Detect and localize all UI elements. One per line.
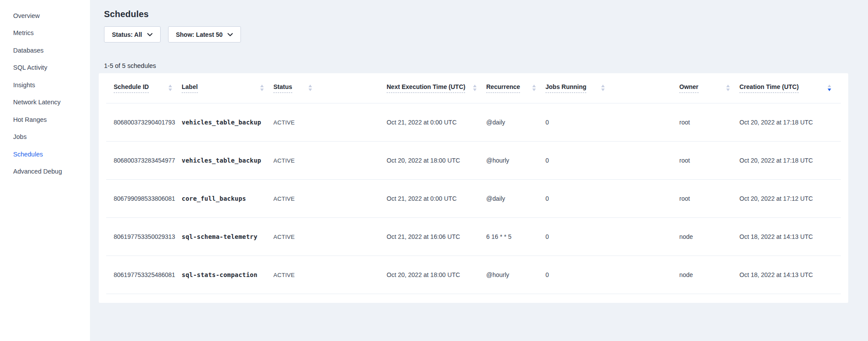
sidebar-item-databases[interactable]: Databases [0, 42, 90, 59]
sort-icon[interactable] [726, 85, 730, 91]
cell-recurrence: @hourly [486, 256, 545, 294]
cell-schedule-id: 806197753350029313 [106, 217, 182, 256]
cell-status: ACTIVE [273, 256, 387, 294]
sidebar-item-advanced-debug[interactable]: Advanced Debug [0, 163, 90, 181]
cell-schedule-id: 806800373290401793 [106, 103, 182, 141]
sidebar-item-insights[interactable]: Insights [0, 76, 90, 94]
sidebar-item-label: Metrics [13, 29, 34, 36]
chevron-down-icon [147, 33, 153, 37]
column-header-label[interactable]: Schedule ID [114, 83, 149, 93]
cell-jobs-running: 0 [545, 256, 679, 294]
cell-owner: root [679, 103, 739, 141]
cell-owner: root [679, 179, 739, 217]
cell-label: vehicles_table_backup [182, 141, 273, 179]
sidebar: Overview Metrics Databases SQL Activity … [0, 0, 90, 341]
main-content: Schedules Status: All Show: Latest 50 1-… [90, 0, 868, 341]
column-header-label[interactable]: Owner [679, 83, 699, 93]
cell-jobs-running: 0 [545, 141, 679, 179]
column-header-label[interactable]: Creation Time (UTC) [739, 83, 799, 93]
cell-schedule-id: 806799098533806081 [106, 179, 182, 217]
cell-status: ACTIVE [273, 141, 387, 179]
column-header-label[interactable]: Status [273, 83, 292, 93]
sidebar-item-label: Schedules [13, 151, 43, 158]
cell-jobs-running: 0 [545, 179, 679, 217]
cell-owner: node [679, 217, 739, 256]
table-header-row: Schedule ID Label Status Next Execution … [106, 73, 841, 103]
chevron-down-icon [227, 33, 233, 37]
cell-jobs-running: 0 [545, 217, 679, 256]
sidebar-item-metrics[interactable]: Metrics [0, 25, 90, 42]
cell-status: ACTIVE [273, 179, 387, 217]
sidebar-item-sql-activity[interactable]: SQL Activity [0, 59, 90, 77]
cell-next-execution-time: Oct 20, 2022 at 18:00 UTC [387, 141, 486, 179]
cell-recurrence: @daily [486, 103, 545, 141]
cell-next-execution-time: Oct 21, 2022 at 16:06 UTC [387, 217, 486, 256]
page: Overview Metrics Databases SQL Activity … [0, 0, 868, 341]
cell-label: vehicles_table_backup [182, 103, 273, 141]
cell-creation-time: Oct 20, 2022 at 17:18 UTC [739, 103, 841, 141]
column-header-label[interactable]: Jobs Running [545, 83, 586, 93]
sort-icon[interactable] [828, 85, 831, 91]
cell-label: sql-stats-compaction [182, 256, 273, 294]
sidebar-item-schedules[interactable]: Schedules [0, 146, 90, 163]
cell-label: sql-schema-telemetry [182, 217, 273, 256]
cell-owner: node [679, 256, 739, 294]
cell-creation-time: Oct 18, 2022 at 14:13 UTC [739, 217, 841, 256]
cell-next-execution-time: Oct 21, 2022 at 0:00 UTC [387, 103, 486, 141]
filter-bar: Status: All Show: Latest 50 [104, 26, 868, 43]
sidebar-item-label: Hot Ranges [13, 116, 47, 123]
cell-schedule-id: 806800373283454977 [106, 141, 182, 179]
cell-recurrence: 6 16 * * 5 [486, 217, 545, 256]
cell-creation-time: Oct 18, 2022 at 14:13 UTC [739, 256, 841, 294]
results-count: 1-5 of 5 schedules [104, 62, 868, 69]
cell-status: ACTIVE [273, 217, 387, 256]
status-filter-label: Status: All [112, 31, 142, 38]
column-header-label[interactable]: Recurrence [486, 83, 520, 93]
sidebar-item-label: Network Latency [13, 99, 61, 106]
sort-icon[interactable] [308, 85, 312, 91]
cell-label: core_full_backups [182, 179, 273, 217]
table-row[interactable]: 806197753325486081 sql-stats-compaction … [106, 256, 841, 294]
cell-recurrence: @hourly [486, 141, 545, 179]
sort-icon[interactable] [601, 85, 605, 91]
sidebar-item-label: Advanced Debug [13, 168, 62, 175]
cell-status: ACTIVE [273, 103, 387, 141]
show-filter-label: Show: Latest 50 [176, 31, 223, 38]
page-title: Schedules [104, 9, 868, 19]
sort-icon[interactable] [169, 85, 172, 91]
cell-jobs-running: 0 [545, 103, 679, 141]
sidebar-item-jobs[interactable]: Jobs [0, 128, 90, 146]
cell-owner: root [679, 141, 739, 179]
column-header-label[interactable]: Label [182, 83, 198, 93]
table-row[interactable]: 806197753350029313 sql-schema-telemetry … [106, 217, 841, 256]
schedules-table-card: Schedule ID Label Status Next Execution … [99, 73, 848, 303]
sidebar-item-label: Databases [13, 47, 43, 54]
column-header-label[interactable]: Next Execution Time (UTC) [387, 83, 465, 93]
sidebar-item-label: Overview [13, 12, 39, 19]
sort-icon[interactable] [473, 85, 477, 91]
table-row[interactable]: 806800373290401793 vehicles_table_backup… [106, 103, 841, 141]
cell-schedule-id: 806197753325486081 [106, 256, 182, 294]
cell-next-execution-time: Oct 20, 2022 at 18:00 UTC [387, 256, 486, 294]
sidebar-item-label: Insights [13, 82, 35, 89]
cell-creation-time: Oct 20, 2022 at 17:12 UTC [739, 179, 841, 217]
cell-creation-time: Oct 20, 2022 at 17:18 UTC [739, 141, 841, 179]
sidebar-item-label: SQL Activity [13, 64, 47, 71]
show-filter-dropdown[interactable]: Show: Latest 50 [168, 26, 241, 43]
table-row[interactable]: 806800373283454977 vehicles_table_backup… [106, 141, 841, 179]
sort-icon[interactable] [532, 85, 536, 91]
sidebar-item-hot-ranges[interactable]: Hot Ranges [0, 111, 90, 128]
schedules-table: Schedule ID Label Status Next Execution … [106, 73, 841, 294]
sidebar-item-label: Jobs [13, 133, 27, 140]
sort-icon[interactable] [260, 85, 264, 91]
table-row[interactable]: 806799098533806081 core_full_backups ACT… [106, 179, 841, 217]
status-filter-dropdown[interactable]: Status: All [104, 26, 161, 43]
sidebar-item-network-latency[interactable]: Network Latency [0, 94, 90, 111]
sidebar-item-overview[interactable]: Overview [0, 7, 90, 25]
cell-next-execution-time: Oct 21, 2022 at 0:00 UTC [387, 179, 486, 217]
cell-recurrence: @daily [486, 179, 545, 217]
